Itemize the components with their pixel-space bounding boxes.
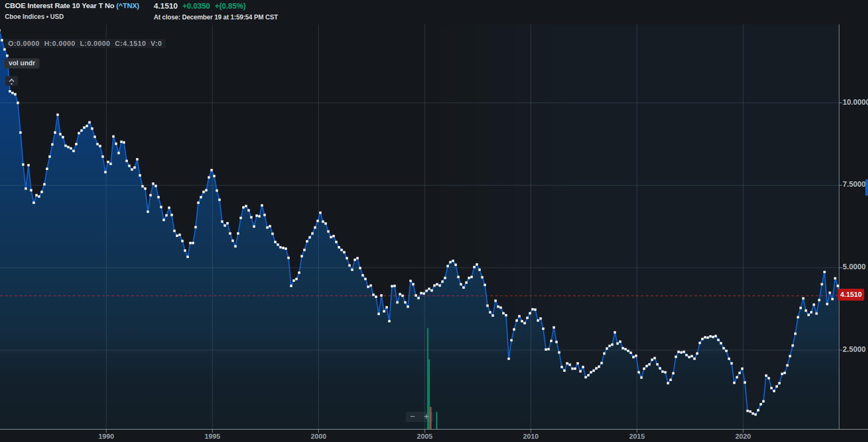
x-axis-label: 1990 [90,432,122,440]
x-axis-label: 1995 [196,432,229,440]
y-axis-label: 2.5000 [843,345,866,353]
price-row: 4.1510 +0.0350 +(0.85%) [154,2,246,10]
current-price-badge: 4.1510 [838,289,864,301]
price-change-percent: +(0.85%) [215,2,245,10]
price-chart[interactable] [0,0,868,442]
x-axis-label: 2015 [621,432,653,440]
close-info: At close: December 19 at 1:59:54 PM CST [154,13,278,21]
ticker-symbol: (^TNX) [116,2,139,10]
ohlc-readout: O:0.0000 H:0.0000 L:0.0000 C:4.1510 V:0 [4,39,166,48]
zoom-in-button[interactable]: + [420,412,434,422]
x-axis-label: 2005 [408,432,441,440]
x-axis-label: 2020 [727,432,759,440]
y-axis-label: 5.0000 [843,262,866,271]
y-axis-label: 7.5000 [843,180,866,188]
vol-undr-button[interactable]: vol undr [4,58,39,69]
collapse-button[interactable] [5,76,18,86]
axis-drag-handle[interactable] [865,179,868,196]
price-change: +0.0350 [182,2,210,10]
chevron-up-icon [9,78,15,84]
page-title: CBOE Interest Rate 10 Year T No (^TNX) [5,2,139,10]
x-axis-label: 2010 [515,432,547,440]
x-axis-label: 2000 [302,432,334,440]
volume-bar [436,412,438,429]
zoom-out-button[interactable]: − [406,412,420,422]
y-axis-label: 10.0000 [843,98,868,106]
page-subtitle: Cboe Indices • USD [5,13,64,21]
zoom-control: − + [406,412,433,422]
current-price: 4.1510 [154,2,177,10]
